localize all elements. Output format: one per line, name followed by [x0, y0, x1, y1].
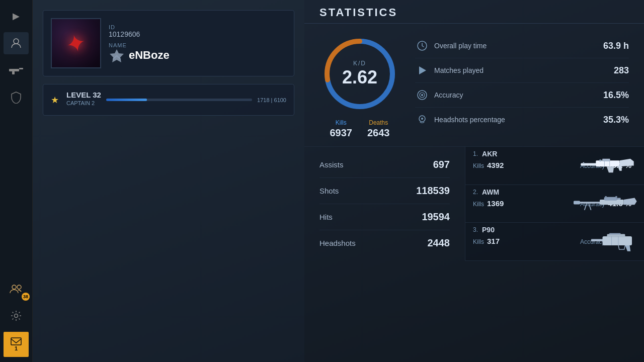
- akr-kills-label: Kills: [473, 162, 484, 169]
- weapon-card-akr: 1. AKR: [465, 147, 644, 185]
- kills-label: Kills: [330, 119, 353, 126]
- accuracy-value: 16.5%: [603, 90, 629, 101]
- matches-value: 283: [614, 65, 629, 76]
- id-label: ID: [109, 24, 286, 30]
- stats-header: STATISTICS: [304, 0, 644, 24]
- name-label: NAME: [109, 42, 286, 48]
- accuracy-icon: [415, 88, 429, 102]
- kd-value: 2.62: [342, 67, 377, 88]
- mail-count-label: 1: [15, 345, 18, 351]
- sidebar-shield-button[interactable]: [4, 86, 29, 109]
- weapon-p90-rank: 3.: [473, 226, 478, 233]
- headshots-count-label: Headshots: [319, 239, 428, 247]
- level-star-icon: ★: [51, 95, 59, 106]
- player-info: ID 10129606 NAME eNBoze: [109, 24, 286, 62]
- sidebar-gun-button[interactable]: [4, 59, 29, 81]
- sidebar-play-button[interactable]: ▶: [4, 5, 29, 27]
- avatar: [51, 18, 101, 68]
- kd-label: K/D: [342, 60, 377, 67]
- awm-kills-label: Kills: [473, 201, 484, 208]
- level-xp: 1718 | 6100: [257, 97, 286, 103]
- player-card: ID 10129606 NAME eNBoze: [43, 10, 294, 76]
- awm-kills-value: 1369: [487, 199, 504, 208]
- right-stats-list: Overall play time 63.9 h Matches played …: [415, 34, 629, 132]
- gun-icon: [9, 66, 23, 75]
- kills-value: 6937: [330, 127, 353, 139]
- p90-kills-value: 317: [487, 237, 500, 245]
- kd-inner: K/D 2.62: [342, 60, 377, 88]
- matches-icon: [415, 63, 429, 77]
- player-name: eNBoze: [109, 48, 286, 62]
- weapon-p90-kills: Kills 317: [473, 237, 500, 245]
- stat-row-matches: Matches played 283: [415, 58, 629, 83]
- svg-point-0: [14, 39, 19, 44]
- hits-row: Hits 19594: [319, 204, 450, 230]
- svg-rect-31: [615, 196, 617, 198]
- svg-rect-3: [12, 71, 15, 74]
- weapon-awm-rank: 2.: [473, 189, 478, 196]
- level-label: LEVEL 32: [66, 90, 101, 99]
- headshots-pct-label: Headshots percentage: [434, 116, 598, 124]
- svg-rect-36: [609, 233, 621, 234]
- sidebar-group-button[interactable]: 38: [4, 278, 29, 300]
- svg-point-4: [12, 285, 16, 289]
- svg-rect-32: [617, 198, 621, 199]
- kd-kills-deaths: Kills 6937 Deaths 2643: [330, 119, 390, 139]
- hits-value: 19594: [422, 211, 450, 223]
- level-card: ★ LEVEL 32 CAPTAIN 2 1718 | 6100: [43, 84, 294, 116]
- svg-rect-34: [603, 236, 632, 245]
- playtime-icon: [415, 39, 429, 53]
- deaths-label: Deaths: [367, 119, 390, 126]
- sidebar: ▶ 38: [0, 0, 33, 362]
- assists-value: 697: [433, 159, 450, 170]
- svg-marker-13: [419, 66, 426, 74]
- svg-rect-1: [9, 69, 19, 71]
- sidebar-mail-button[interactable]: 1: [4, 332, 29, 357]
- stats-title: STATISTICS: [319, 6, 629, 19]
- headshots-icon: [415, 113, 429, 127]
- headshots-count-row: Headshots 2448: [319, 230, 450, 256]
- stat-row-accuracy: Accuracy 16.5%: [415, 83, 629, 108]
- akr-kills-value: 4392: [487, 161, 504, 169]
- matches-label: Matches played: [434, 66, 609, 74]
- svg-point-16: [421, 94, 423, 96]
- svg-rect-2: [19, 68, 23, 69]
- level-progress-fill: [106, 99, 147, 101]
- kills-stat: Kills 6937: [330, 119, 353, 139]
- play-icon: ▶: [13, 11, 20, 22]
- weapon-akr-image: [579, 153, 639, 178]
- shots-row: Shots 118539: [319, 178, 450, 204]
- headshots-count-value: 2448: [428, 237, 450, 249]
- svg-rect-27: [574, 201, 580, 205]
- mail-icon: [11, 337, 22, 345]
- headshots-pct-value: 35.3%: [603, 115, 629, 125]
- weapon-awm-name: AWM: [482, 188, 499, 196]
- bottom-stats-container: Assists 697 Shots 118539 Hits 19594 Head…: [304, 147, 644, 261]
- weapon-card-awm: 2. AWM: [465, 185, 644, 223]
- kd-circle: K/D 2.62: [319, 34, 400, 114]
- svg-rect-22: [599, 160, 601, 161]
- avatar-image: [52, 18, 100, 68]
- p90-kills-label: Kills: [473, 238, 484, 245]
- sidebar-settings-button[interactable]: [4, 305, 29, 327]
- weapons-list: 1. AKR: [465, 147, 644, 261]
- left-panel: ID 10129606 NAME eNBoze ★ LEVEL 32 CAPTA…: [33, 0, 304, 362]
- weapon-p90-image: [589, 229, 639, 254]
- rank-sublabel: CAPTAIN 2: [66, 100, 101, 106]
- extra-stats-panel: Assists 697 Shots 118539 Hits 19594 Head…: [304, 147, 465, 261]
- right-panel: STATISTICS K/D 2.62 K: [304, 0, 644, 362]
- assists-label: Assists: [319, 160, 433, 169]
- weapon-akr-kills: Kills 4392: [473, 161, 504, 169]
- svg-rect-7: [11, 338, 21, 345]
- weapon-akr-name: AKR: [482, 150, 497, 158]
- rank-icon: [109, 48, 125, 62]
- stats-top-row: K/D 2.62 Kills 6937 Deaths 2643: [304, 24, 644, 147]
- svg-point-18: [421, 118, 423, 120]
- stat-row-headshots: Headshots percentage 35.3%: [415, 108, 629, 132]
- svg-point-5: [17, 285, 21, 289]
- level-progress-bar: [106, 99, 252, 101]
- shots-label: Shots: [319, 187, 416, 195]
- sidebar-profile-button[interactable]: [4, 32, 29, 54]
- weapon-awm-image: [574, 192, 639, 216]
- group-icon: [10, 283, 23, 294]
